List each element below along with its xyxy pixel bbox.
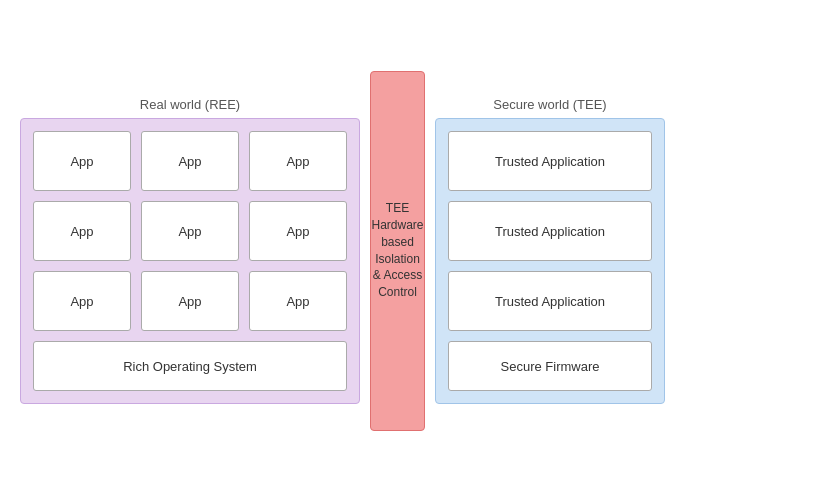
app-grid: App App App App App App App App App bbox=[33, 131, 347, 331]
ros-cell: Rich Operating System bbox=[33, 341, 347, 391]
ree-section: Real world (REE) App App App App App App… bbox=[20, 97, 360, 404]
app-cell-8: App bbox=[141, 271, 239, 331]
tee-section: Secure world (TEE) Trusted Application T… bbox=[435, 97, 665, 404]
secure-firmware-cell: Secure Firmware bbox=[448, 341, 652, 391]
tee-label: Secure world (TEE) bbox=[493, 97, 606, 112]
tee-box: Trusted Application Trusted Application … bbox=[435, 118, 665, 404]
trusted-app-1: Trusted Application bbox=[448, 131, 652, 191]
app-cell-6: App bbox=[249, 201, 347, 261]
app-cell-4: App bbox=[33, 201, 131, 261]
ree-box: App App App App App App App App App Rich… bbox=[20, 118, 360, 404]
app-cell-9: App bbox=[249, 271, 347, 331]
tee-bar: TEE Hardware based Isolation & Access Co… bbox=[370, 71, 425, 431]
ree-label: Real world (REE) bbox=[140, 97, 240, 112]
trusted-app-2: Trusted Application bbox=[448, 201, 652, 261]
app-cell-2: App bbox=[141, 131, 239, 191]
trusted-app-3: Trusted Application bbox=[448, 271, 652, 331]
app-cell-7: App bbox=[33, 271, 131, 331]
tee-bar-section: TEE Hardware based Isolation & Access Co… bbox=[370, 71, 425, 431]
app-cell-3: App bbox=[249, 131, 347, 191]
worlds-container: Real world (REE) App App App App App App… bbox=[20, 20, 800, 481]
app-cell-1: App bbox=[33, 131, 131, 191]
diagram: Real world (REE) App App App App App App… bbox=[0, 0, 820, 501]
app-cell-5: App bbox=[141, 201, 239, 261]
